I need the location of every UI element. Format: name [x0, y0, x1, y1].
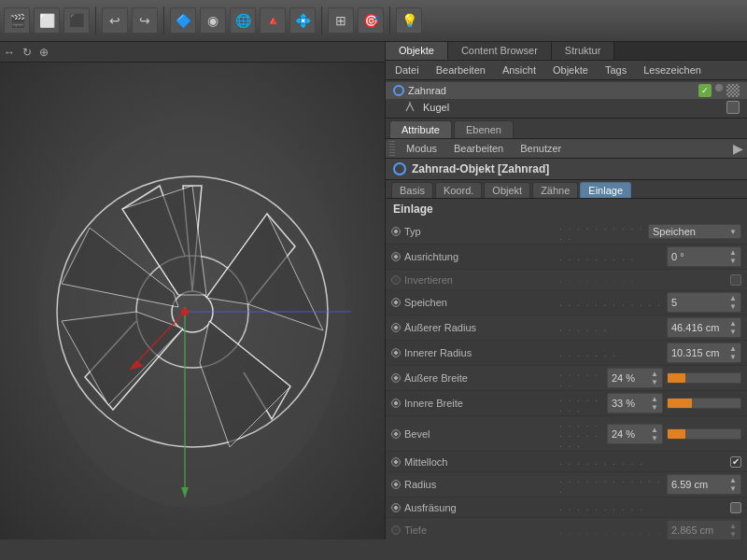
prop-value-radius[interactable]: 6.59 cm ▲▼: [667, 474, 741, 495]
toolbar-icon-9[interactable]: 🔺: [260, 7, 286, 34]
menu-bearbeiten[interactable]: Bearbeiten: [430, 63, 491, 77]
prop-value-speichen[interactable]: 5 ▲▼: [667, 292, 741, 313]
prop-value-typ[interactable]: Speichen ▼: [648, 224, 741, 239]
menu-lesezeichen[interactable]: Lesezeichen: [638, 63, 707, 77]
proptab-objekt[interactable]: Objekt: [484, 182, 530, 198]
toolbar-icon-11[interactable]: ⊞: [328, 7, 354, 34]
object-list: Zahnrad ✓ Kugel: [386, 80, 747, 119]
toolbar-icon-5[interactable]: ↪: [132, 7, 158, 34]
toolbar-icon-8[interactable]: 🌐: [230, 7, 256, 34]
prop-radio-outer-radius[interactable]: [391, 323, 401, 332]
prop-radio-radius[interactable]: [391, 480, 401, 489]
svg-point-9: [181, 308, 189, 315]
zahnrad-label: Zahnrad: [408, 85, 446, 96]
toolbar-icon-3[interactable]: ⬛: [63, 7, 90, 34]
gear-3d-view: [34, 106, 351, 517]
prop-radio-inner-radius[interactable]: [391, 348, 401, 357]
prop-radio-ausfrasung[interactable]: [391, 503, 401, 512]
prop-value-inner-radius[interactable]: 10.315 cm ▲▼: [667, 343, 741, 363]
toolbar-sep-3: [321, 7, 322, 35]
prop-radio-bevel[interactable]: [391, 429, 401, 439]
prop-value-tiefe: 2.865 cm ▲▼: [667, 520, 741, 539]
menu-objekte[interactable]: Objekte: [547, 63, 594, 77]
attrtab-attribute[interactable]: Attribute: [389, 120, 452, 138]
bar-bg-outer-breite[interactable]: [667, 372, 741, 384]
zahnrad-check[interactable]: ✓: [698, 84, 712, 97]
zahnrad-dot: [715, 84, 723, 91]
toolbar-icon-7[interactable]: ◉: [200, 7, 226, 34]
prop-value-outer-radius[interactable]: 46.416 cm ▲▼: [667, 317, 741, 338]
prop-row-inner-radius: Innerer Radius . . . . . . . 10.315 cm ▲…: [386, 341, 747, 366]
spinner-bevel[interactable]: ▲▼: [651, 426, 658, 442]
main-toolbar: 🎬 ⬜ ⬛ ↩ ↪ 🔷 ◉ 🌐 🔺 💠 ⊞ 🎯 💡: [0, 0, 747, 42]
object-row-kugel[interactable]: Kugel: [386, 99, 747, 116]
attr-bearbeiten[interactable]: Bearbeiten: [448, 141, 509, 156]
prop-label-ausfrasung: Ausfräsung: [391, 502, 559, 513]
rotate-icon[interactable]: ↻: [22, 46, 32, 59]
move-icon[interactable]: ↔: [4, 46, 15, 59]
object-title-text: Zahnrad-Objekt [Zahnrad]: [412, 162, 549, 175]
prop-label-outer-breite: Äußere Breite: [391, 372, 559, 384]
prop-radio-speichen[interactable]: [391, 298, 401, 307]
bar-bg-bevel[interactable]: [667, 428, 741, 440]
proptab-basis[interactable]: Basis: [391, 182, 433, 198]
proptab-koord[interactable]: Koord.: [435, 182, 482, 198]
prop-radio-mittelloch[interactable]: [391, 457, 401, 467]
bar-fill-inner-breite: [668, 399, 692, 408]
prop-label-invertieren: Invertieren: [391, 274, 559, 286]
tab-objekte[interactable]: Objekte: [386, 42, 448, 60]
toolbar-sep-2: [163, 7, 164, 35]
attr-modus[interactable]: Modus: [401, 141, 443, 156]
scale-icon[interactable]: ⊕: [39, 46, 49, 59]
spinner-outer-radius[interactable]: ▲▼: [729, 319, 737, 336]
prop-row-tiefe: Tiefe . . . . . . . . . . . . 2.865 cm ▲…: [386, 518, 747, 539]
prop-label-tiefe: Tiefe: [391, 525, 559, 536]
menu-bar: Datei Bearbeiten Ansicht Objekte Tags Le…: [386, 61, 747, 80]
menu-tags[interactable]: Tags: [599, 63, 632, 77]
bar-bg-inner-breite[interactable]: [667, 398, 741, 409]
toolbar-icon-12[interactable]: 🎯: [358, 7, 384, 34]
prop-value-outer-breite[interactable]: 24 % ▲▼: [607, 368, 663, 388]
object-row-zahnrad[interactable]: Zahnrad ✓: [386, 82, 747, 99]
kugel-check[interactable]: [726, 101, 740, 114]
prop-value-ausrichtung[interactable]: 0 ° ▲▼: [667, 246, 741, 267]
prop-radio-typ[interactable]: [391, 227, 401, 236]
prop-label-inner-radius: Innerer Radius: [391, 347, 559, 358]
prop-row-speichen: Speichen . . . . . . . . . . . . 5 ▲▼: [386, 290, 747, 315]
toolbar-icon-2[interactable]: ⬜: [34, 7, 60, 34]
spinner-outer-breite[interactable]: ▲▼: [651, 370, 658, 386]
spinner-inner-breite[interactable]: ▲▼: [651, 395, 658, 412]
prop-radio-outer-breite[interactable]: [391, 373, 401, 383]
toolbar-icon-6[interactable]: 🔷: [170, 7, 196, 34]
prop-radio-inner-breite[interactable]: [391, 399, 401, 408]
prop-radio-ausrichtung[interactable]: [391, 252, 401, 261]
toolbar-icon-10[interactable]: 💠: [289, 7, 316, 34]
proptab-einlage[interactable]: Einlage: [580, 182, 631, 198]
attr-benutzer[interactable]: Benutzer: [514, 141, 567, 156]
prop-value-inner-breite[interactable]: 33 % ▲▼: [607, 393, 663, 413]
prop-checkmark-mittelloch[interactable]: ✔: [730, 456, 741, 468]
toolbar-icon-1[interactable]: 🎬: [4, 7, 30, 34]
prop-row-outer-radius: Äußerer Radius . . . . . . 46.416 cm ▲▼: [386, 315, 747, 341]
tab-content-browser[interactable]: Content Browser: [448, 42, 552, 60]
prop-row-radius: Radius . . . . . . . . . . . . . 6.59 cm…: [386, 472, 747, 497]
tab-struktur[interactable]: Struktur: [552, 42, 615, 60]
spinner-inner-radius[interactable]: ▲▼: [729, 344, 737, 361]
prop-value-bevel[interactable]: 24 % ▲▼: [607, 424, 663, 444]
toolbar-icon-4[interactable]: ↩: [102, 7, 128, 34]
menu-datei[interactable]: Datei: [389, 63, 425, 77]
viewport-3d: ↔ ↻ ⊕: [0, 42, 385, 539]
menu-ansicht[interactable]: Ansicht: [497, 63, 542, 77]
attrtab-ebenen[interactable]: Ebenen: [454, 120, 514, 138]
prop-label-bevel: Bevel: [391, 428, 559, 440]
prop-checkbox-ausfrasung[interactable]: [730, 502, 741, 513]
spinner-radius[interactable]: ▲▼: [729, 476, 737, 493]
properties-list: Typ . . . . . . . . . . . . Speichen ▼ A…: [386, 219, 747, 539]
toolbar-icon-13[interactable]: 💡: [396, 7, 422, 34]
spinner-ausrichtung[interactable]: ▲▼: [729, 248, 737, 265]
proptab-zahne[interactable]: Zähne: [532, 182, 578, 198]
right-expand-icon[interactable]: ▶: [733, 141, 743, 156]
spinner-speichen[interactable]: ▲▼: [729, 294, 737, 311]
bar-fill-outer-breite: [668, 373, 685, 383]
top-tabs: Objekte Content Browser Struktur: [386, 42, 747, 61]
